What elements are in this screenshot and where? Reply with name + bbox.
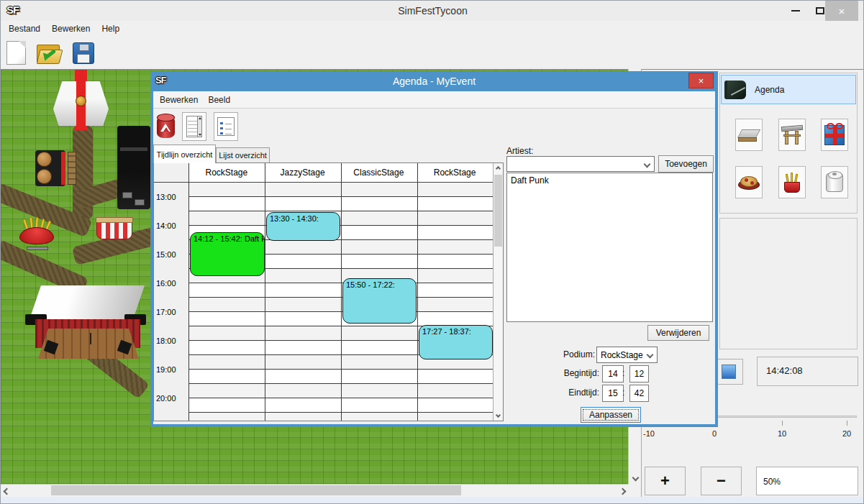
tent-logo xyxy=(76,96,86,106)
artist-listbox[interactable]: Daft Punk xyxy=(506,173,713,322)
schedule-scroll-up-icon[interactable] xyxy=(494,163,503,174)
column-header-rockstage: RockStage xyxy=(188,163,265,182)
schedule-event-daft-punk[interactable]: 14:12 - 15:42: Daft Punk xyxy=(190,232,265,276)
menu-bewerken[interactable]: Bewerken xyxy=(47,22,95,36)
tab-lijst-overzicht[interactable]: Lijst overzicht xyxy=(216,147,270,162)
agenda-book-icon xyxy=(724,81,746,99)
menu-help[interactable]: Help xyxy=(96,22,124,36)
new-file-icon[interactable] xyxy=(6,41,26,65)
podium-combobox[interactable]: RockStage xyxy=(596,347,658,363)
dialog-logo-icon: SF xyxy=(155,75,166,86)
dialog-close-icon: × xyxy=(699,75,704,86)
fries-icon xyxy=(783,173,801,193)
add-artist-button[interactable]: Toevoegen xyxy=(658,155,714,173)
main-toolbar xyxy=(1,37,864,69)
item-gate-button[interactable] xyxy=(778,119,806,151)
dialog-menu-bewerken[interactable]: Bewerken xyxy=(155,93,203,107)
time-label: 15:00 xyxy=(156,250,186,259)
game-clock: 14:42:08 xyxy=(757,357,858,386)
delete-trash-icon[interactable] xyxy=(157,116,175,138)
column-header-jazzystage: JazzyStage xyxy=(265,163,341,182)
end-hour-field[interactable]: 15 xyxy=(602,385,624,402)
item-toilet-paper-button[interactable] xyxy=(821,166,848,198)
schedule-timeline: RockStage JazzyStage ClassicStage RockSt… xyxy=(153,162,504,421)
scroll-left-icon[interactable] xyxy=(1,485,12,498)
time-gutter-header xyxy=(154,163,188,182)
map-striped-stand xyxy=(96,220,132,239)
scroll-right-icon[interactable] xyxy=(617,485,628,498)
schedule-scroll-thumb[interactable] xyxy=(494,175,502,247)
save-floppy-icon[interactable] xyxy=(73,42,94,64)
dialog-main-area: Tijdlijn overzicht Lijst overzicht RockS… xyxy=(153,145,715,424)
item-road-button[interactable] xyxy=(735,119,763,151)
chevron-down-icon xyxy=(647,352,654,359)
podium-label: Podium: xyxy=(513,349,595,359)
start-minute-field[interactable]: 12 xyxy=(629,365,649,382)
dialog-menubar: Bewerken Beeld xyxy=(153,91,715,109)
map-sound-equipment xyxy=(117,126,150,209)
end-time-label: Eindtijd: xyxy=(513,388,599,398)
main-menubar: Bestand Bewerken Help xyxy=(1,21,864,37)
item-pizza-button[interactable] xyxy=(735,166,763,198)
schedule-event-rockstage[interactable]: 17:27 - 18:37: xyxy=(419,325,493,359)
time-label: 19:00 xyxy=(156,365,186,374)
schedule-event-classicstage[interactable]: 15:50 - 17:22: xyxy=(342,278,417,324)
close-icon: × xyxy=(839,5,845,17)
column-header-rockstage2: RockStage xyxy=(417,163,493,182)
item-gift-button[interactable] xyxy=(821,119,848,151)
road-tile-icon xyxy=(738,128,760,142)
timeline-view-button[interactable] xyxy=(182,112,206,141)
end-minute-field[interactable]: 42 xyxy=(629,385,649,402)
scroll-down-icon[interactable] xyxy=(629,472,642,483)
map-burger-grill xyxy=(35,150,65,186)
schedule-event-jazzystage[interactable]: 13:30 - 14:30: xyxy=(266,212,340,241)
minimize-button[interactable] xyxy=(783,1,808,21)
column-header-classicstage: ClassicStage xyxy=(341,163,417,182)
schedule-scrollbar[interactable] xyxy=(493,163,503,421)
time-label: 13:00 xyxy=(156,193,186,201)
stage-mic xyxy=(90,333,91,344)
scrollbar-corner xyxy=(628,484,641,497)
artist-list-item[interactable]: Daft Punk xyxy=(507,173,712,185)
gift-icon xyxy=(824,125,845,145)
timeline-sheet-icon xyxy=(186,116,202,137)
dialog-client-area: Bewerken Beeld Tijdlijn overzic xyxy=(153,91,715,424)
time-label: 18:00 xyxy=(156,336,186,345)
menu-bestand[interactable]: Bestand xyxy=(4,22,45,36)
zoom-level-field[interactable]: 50% xyxy=(756,467,858,495)
artist-combobox[interactable] xyxy=(506,156,655,172)
start-hour-field[interactable]: 14 xyxy=(602,365,624,382)
podium-combobox-value: RockStage xyxy=(597,350,647,360)
dialog-titlebar[interactable]: SF Agenda - MyEvent × xyxy=(150,71,718,91)
start-time-label: Begintijd: xyxy=(513,368,599,378)
item-fries-button[interactable] xyxy=(778,166,806,198)
map-main-stage xyxy=(21,285,145,359)
agenda-dialog: SF Agenda - MyEvent × Bewerken Beeld xyxy=(150,71,718,427)
pizza-icon xyxy=(738,174,760,191)
slider-label: -10 xyxy=(638,429,660,438)
burger xyxy=(37,152,52,167)
zoom-in-button[interactable]: + xyxy=(645,467,686,495)
slider-label: 20 xyxy=(836,429,858,438)
floppy-label xyxy=(77,54,90,63)
schedule-scroll-down-icon[interactable] xyxy=(494,410,503,421)
map-horizontal-scroll-thumb[interactable] xyxy=(51,485,461,495)
zoom-out-button[interactable]: − xyxy=(701,467,742,495)
time-separator: : xyxy=(622,368,624,378)
toilet-paper-icon xyxy=(826,173,843,192)
open-folder-icon[interactable] xyxy=(36,41,63,65)
maximize-icon xyxy=(816,7,824,14)
dialog-close-button[interactable]: × xyxy=(688,73,714,88)
dialog-menu-beeld[interactable]: Beeld xyxy=(203,93,235,107)
remove-artist-button[interactable]: Verwijderen xyxy=(647,325,709,341)
apply-button[interactable]: Aanpassen xyxy=(581,407,641,423)
play-pause-button[interactable] xyxy=(714,359,743,385)
time-label: 17:00 xyxy=(156,308,186,316)
tab-tijdlijn-overzicht[interactable]: Tijdlijn overzicht xyxy=(153,145,216,163)
artist-label: Artiest: xyxy=(506,146,533,156)
agenda-button[interactable]: Agenda xyxy=(721,75,856,104)
time-separator: : xyxy=(622,388,624,398)
list-view-button[interactable] xyxy=(214,112,238,141)
main-titlebar: SF SimFestTycoon × xyxy=(1,1,864,21)
close-button[interactable]: × xyxy=(825,1,858,21)
